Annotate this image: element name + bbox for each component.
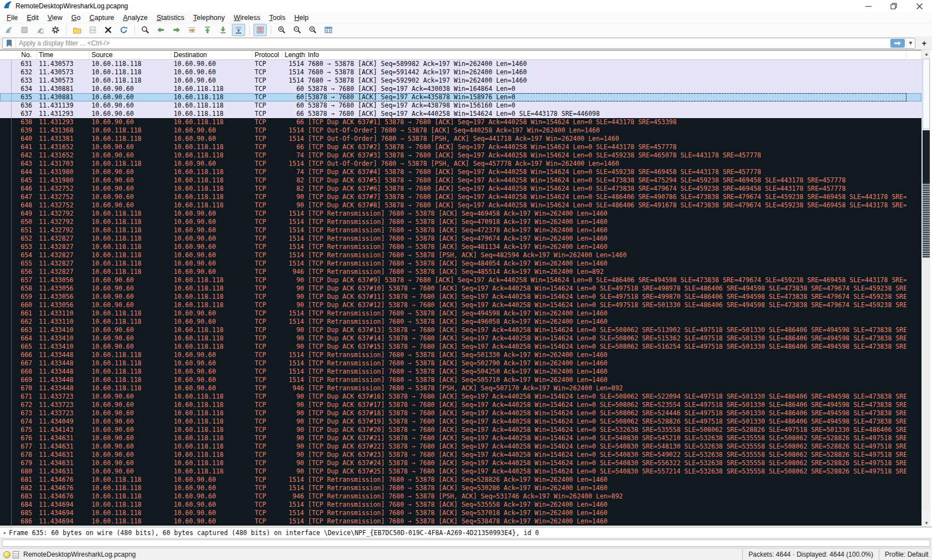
packet-row-644[interactable]: 64411.43198010.60.90.6010.60.118.118TCP7…	[0, 168, 921, 176]
packet-row-667[interactable]: 66711.43344810.60.118.11810.60.90.60TCP1…	[0, 359, 921, 368]
menu-file[interactable]: File	[2, 13, 22, 23]
packet-row-670[interactable]: 67011.43344810.60.118.11810.60.90.60TCP9…	[0, 384, 921, 393]
packet-row-671[interactable]: 67111.43372310.60.90.6010.60.118.118TCP9…	[0, 393, 921, 401]
packet-row-661[interactable]: 66111.43311010.60.118.11810.60.90.60TCP1…	[0, 309, 921, 318]
packet-row-659[interactable]: 65911.43305610.60.90.6010.60.118.118TCP9…	[0, 293, 921, 301]
packet-row-686[interactable]: 68611.43469410.60.118.11810.60.90.60TCP1…	[0, 517, 921, 526]
packet-row-656[interactable]: 65611.43282710.60.118.11810.60.90.60TCP9…	[0, 268, 921, 276]
packet-row-668[interactable]: 66811.43344810.60.118.11810.60.90.60TCP1…	[0, 368, 921, 376]
packet-row-646[interactable]: 64611.43275210.60.90.6010.60.118.118TCP8…	[0, 185, 921, 193]
packet-row-634[interactable]: 63411.43088110.60.90.6010.60.118.118TCP6…	[0, 85, 921, 93]
colorize-icon[interactable]	[254, 24, 267, 36]
packet-row-647[interactable]: 64711.43275210.60.90.6010.60.118.118TCP9…	[0, 193, 921, 201]
filter-dropdown-caret-icon[interactable]: ▼	[906, 38, 915, 48]
start-capture-icon[interactable]	[2, 24, 16, 36]
expand-twisty-icon[interactable]: ▸	[0, 530, 9, 536]
zoom-out-icon[interactable]	[291, 24, 304, 36]
packet-row-662[interactable]: 66211.43311010.60.118.11810.60.90.60TCP1…	[0, 318, 921, 326]
column-header-time[interactable]: Time	[37, 50, 89, 59]
packet-row-638[interactable]: 63811.43129310.60.90.6010.60.118.118TCP6…	[0, 118, 921, 126]
go-back-icon[interactable]	[154, 24, 168, 36]
column-header-length[interactable]: Length	[282, 50, 306, 59]
packet-row-633[interactable]: 63311.43057310.60.118.11810.60.90.60TCP1…	[0, 77, 921, 85]
packet-row-632[interactable]: 63211.43057310.60.118.11810.60.90.60TCP1…	[0, 68, 921, 77]
column-header-info[interactable]: Info	[306, 50, 906, 59]
packet-row-653[interactable]: 65311.43282710.60.118.11810.60.90.60TCP1…	[0, 243, 921, 251]
filter-apply-icon[interactable]	[890, 39, 905, 48]
packet-row-657[interactable]: 65711.43305610.60.90.6010.60.118.118TCP9…	[0, 276, 921, 284]
packet-row-677[interactable]: 67711.43463110.60.90.6010.60.118.118TCP9…	[0, 442, 921, 451]
packet-row-681[interactable]: 68111.43467610.60.118.11810.60.90.60TCP1…	[0, 476, 921, 484]
packet-row-643[interactable]: 64311.43170310.60.118.11810.60.90.60TCP1…	[0, 160, 921, 168]
reload-file-icon[interactable]	[117, 24, 130, 36]
packet-row-651[interactable]: 65111.43279210.60.118.11810.60.90.60TCP1…	[0, 226, 921, 235]
menu-view[interactable]: View	[43, 13, 67, 23]
packet-row-639[interactable]: 63911.43136810.60.118.11810.60.90.60TCP1…	[0, 126, 921, 135]
scrollbar-up-arrow-icon[interactable]: ▲	[922, 50, 931, 58]
column-header-no[interactable]: No.	[0, 50, 37, 59]
packet-row-666[interactable]: 66611.43344810.60.118.11810.60.90.60TCP1…	[0, 351, 921, 359]
capture-options-gear-icon[interactable]	[49, 24, 62, 36]
packet-row-660[interactable]: 66011.43305610.60.90.6010.60.118.118TCP9…	[0, 301, 921, 309]
restart-capture-icon[interactable]	[33, 24, 47, 36]
packet-row-635[interactable]: 63511.43088110.60.90.6010.60.118.118TCP6…	[0, 93, 921, 101]
save-file-icon[interactable]: 010	[86, 24, 99, 36]
packet-row-655[interactable]: 65511.43282710.60.118.11810.60.90.60TCP1…	[0, 259, 921, 268]
capture-comment-icon[interactable]	[13, 551, 19, 558]
packet-row-631[interactable]: 63111.43057310.60.118.11810.60.90.60TCP1…	[0, 60, 921, 68]
packet-row-636[interactable]: 63611.43113910.60.90.6010.60.118.118TCP6…	[0, 101, 921, 110]
expert-info-icon[interactable]	[3, 551, 11, 558]
column-header-source[interactable]: Source	[89, 50, 171, 59]
packet-row-664[interactable]: 66411.43341010.60.90.6010.60.118.118TCP9…	[0, 334, 921, 343]
packet-list-scrollbar[interactable]: ▲ ▼	[921, 50, 930, 527]
packet-row-672[interactable]: 67211.43372310.60.90.6010.60.118.118TCP9…	[0, 401, 921, 409]
packet-row-652[interactable]: 65211.43282710.60.118.11810.60.90.60TCP1…	[0, 235, 921, 243]
packet-row-641[interactable]: 64111.43165210.60.90.6010.60.118.118TCP6…	[0, 143, 921, 151]
column-header-destination[interactable]: Destination	[171, 50, 252, 59]
filter-bookmark-icon[interactable]	[3, 38, 16, 48]
packet-row-675[interactable]: 67511.43414310.60.90.6010.60.118.118TCP9…	[0, 426, 921, 434]
menu-capture[interactable]: Capture	[85, 13, 118, 23]
packet-row-685[interactable]: 68511.43469410.60.118.11810.60.90.60TCP1…	[0, 509, 921, 517]
packet-row-642[interactable]: 64211.43165210.60.90.6010.60.118.118TCP7…	[0, 151, 921, 160]
go-first-packet-icon[interactable]	[201, 24, 214, 36]
packet-row-665[interactable]: 66511.43341010.60.90.6010.60.118.118TCP9…	[0, 343, 921, 351]
packet-row-674[interactable]: 67411.43404910.60.90.6010.60.118.118TCP9…	[0, 418, 921, 426]
menu-help[interactable]: Help	[290, 13, 313, 23]
packet-row-669[interactable]: 66911.43344810.60.118.11810.60.90.60TCP1…	[0, 376, 921, 384]
packet-row-650[interactable]: 65011.43279210.60.118.11810.60.90.60TCP1…	[0, 218, 921, 226]
packet-row-658[interactable]: 65811.43305610.60.90.6010.60.118.118TCP9…	[0, 284, 921, 293]
go-to-packet-icon[interactable]	[185, 24, 199, 36]
zoom-in-icon[interactable]	[275, 24, 288, 36]
packet-row-645[interactable]: 64511.43198010.60.90.6010.60.118.118TCP8…	[0, 176, 921, 185]
close-button[interactable]	[906, 0, 932, 12]
close-file-icon[interactable]	[102, 24, 115, 36]
packet-detail-pane[interactable]: ▸ Frame 635: 60 bytes on wire (480 bits)…	[0, 527, 932, 538]
packet-row-680[interactable]: 68011.43463110.60.90.6010.60.118.118TCP9…	[0, 467, 921, 476]
menu-edit[interactable]: Edit	[22, 13, 43, 23]
packet-row-679[interactable]: 67911.43463110.60.90.6010.60.118.118TCP9…	[0, 459, 921, 467]
packet-row-640[interactable]: 64011.43138110.60.118.11810.60.90.60TCP1…	[0, 135, 921, 143]
packet-row-678[interactable]: 67811.43463110.60.90.6010.60.118.118TCP9…	[0, 451, 921, 459]
menu-tools[interactable]: Tools	[265, 13, 290, 23]
maximize-restore-button[interactable]	[881, 0, 906, 12]
scrollbar-thumb[interactable]	[923, 59, 930, 129]
filter-add-button[interactable]: +	[919, 38, 930, 49]
packet-row-649[interactable]: 64911.43279210.60.118.11810.60.90.60TCP1…	[0, 210, 921, 218]
find-packet-icon[interactable]	[139, 24, 152, 36]
menu-statistics[interactable]: Statistics	[152, 13, 189, 23]
packet-row-648[interactable]: 64811.43275210.60.90.6010.60.118.118TCP9…	[0, 201, 921, 210]
menu-analyze[interactable]: Analyze	[119, 13, 152, 23]
menu-go[interactable]: Go	[67, 13, 85, 23]
stop-capture-icon[interactable]	[18, 24, 31, 36]
menu-wireless[interactable]: Wireless	[229, 13, 265, 23]
packet-row-654[interactable]: 65411.43282710.60.118.11810.60.90.60TCP1…	[0, 251, 921, 259]
statusbar-profile[interactable]: Profile: Default	[879, 549, 932, 560]
packet-row-637[interactable]: 63711.43129310.60.90.6010.60.118.118TCP6…	[0, 110, 921, 118]
packet-row-676[interactable]: 67611.43463110.60.90.6010.60.118.118TCP9…	[0, 434, 921, 442]
resize-columns-icon[interactable]	[322, 24, 335, 36]
display-filter-input[interactable]	[16, 39, 890, 48]
auto-scroll-icon[interactable]	[232, 24, 245, 36]
open-file-icon[interactable]	[70, 24, 84, 36]
packet-row-682[interactable]: 68211.43467610.60.118.11810.60.90.60TCP1…	[0, 484, 921, 492]
